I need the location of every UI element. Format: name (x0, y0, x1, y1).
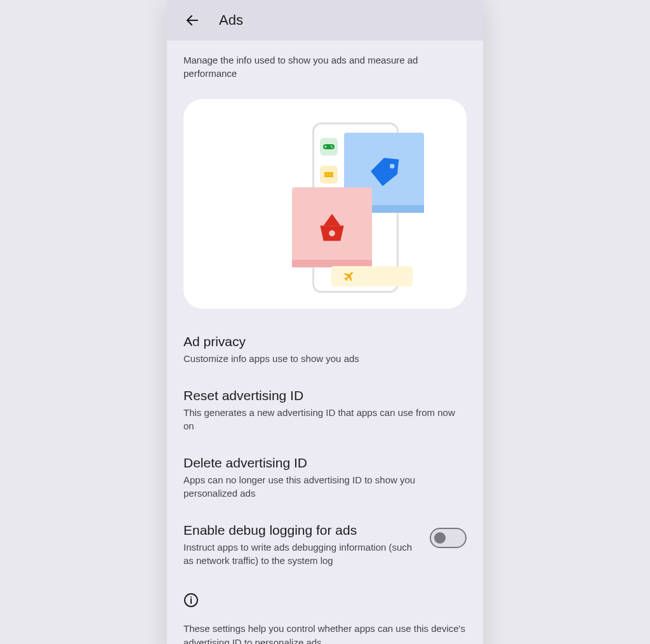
flight-chip-graphic (331, 266, 413, 286)
hero-illustration-card (183, 99, 467, 309)
tag-icon (366, 155, 402, 191)
game-controller-icon (320, 138, 338, 156)
svg-point-12 (190, 596, 192, 598)
debug-logging-item: Enable debug logging for ads Instruct ap… (183, 514, 467, 581)
ticket-icon (320, 166, 338, 184)
info-footer-text: These settings help you control whether … (183, 622, 467, 644)
debug-logging-desc: Instruct apps to write ads debugging inf… (183, 540, 418, 567)
ad-privacy-item[interactable]: Ad privacy Customize info apps use to sh… (183, 325, 467, 379)
reset-advertising-id-desc: This generates a new advertising ID that… (183, 406, 467, 433)
svg-point-7 (329, 174, 331, 175)
debug-logging-toggle[interactable] (430, 528, 467, 548)
back-button[interactable] (180, 8, 205, 33)
airplane-icon (343, 270, 355, 283)
info-section: These settings help you control whether … (183, 581, 467, 644)
reset-advertising-id-title: Reset advertising ID (183, 388, 467, 403)
info-icon (183, 593, 199, 608)
page-title: Ads (219, 12, 243, 29)
ads-settings-screen: Ads Manage the info used to show you ads… (167, 0, 483, 644)
basket-card-graphic (292, 187, 372, 267)
delete-advertising-id-item[interactable]: Delete advertising ID Apps can no longer… (183, 446, 467, 514)
header-bar: Ads (167, 0, 483, 41)
ad-privacy-desc: Customize info apps use to show you ads (183, 352, 467, 365)
svg-point-4 (331, 145, 332, 147)
svg-point-5 (332, 147, 333, 148)
svg-rect-3 (324, 146, 326, 147)
intro-text: Manage the info used to show you ads and… (183, 41, 467, 99)
shopping-basket-icon (312, 207, 352, 248)
reset-advertising-id-item[interactable]: Reset advertising ID This generates a ne… (183, 379, 467, 446)
delete-advertising-id-title: Delete advertising ID (183, 455, 467, 471)
svg-point-6 (327, 174, 328, 175)
svg-point-9 (329, 231, 335, 237)
delete-advertising-id-desc: Apps can no longer use this advertising … (183, 473, 467, 500)
toggle-knob (434, 532, 446, 544)
debug-logging-title: Enable debug logging for ads (183, 523, 418, 538)
ad-privacy-title: Ad privacy (183, 334, 467, 349)
arrow-back-icon (185, 13, 200, 28)
